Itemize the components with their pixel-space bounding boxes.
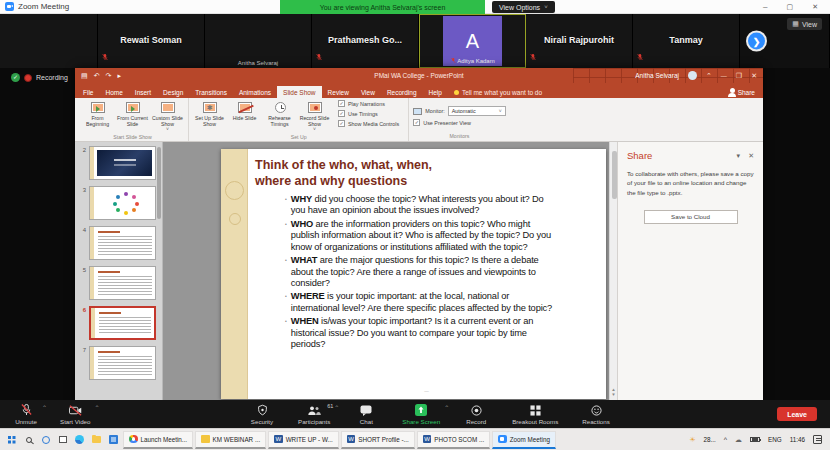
video-tile-nirali[interactable]: Nirali Rajpurohit (526, 14, 633, 68)
clock[interactable]: 11:46 (790, 436, 805, 443)
video-tile[interactable] (0, 14, 98, 68)
file-explorer-icon[interactable] (88, 431, 105, 448)
account-avatar[interactable] (688, 71, 697, 80)
ppt-restore-icon[interactable] (736, 72, 742, 80)
reactions-button[interactable]: Reactions (582, 403, 610, 425)
weather-temp[interactable]: 28... (703, 436, 715, 443)
hide-slide-button[interactable]: Hide Slide (228, 100, 261, 121)
slideshow-icon[interactable]: ▸ (117, 72, 121, 80)
close-icon[interactable] (812, 0, 818, 14)
chat-button[interactable]: Chat (354, 403, 378, 425)
pane-dropdown-icon[interactable] (737, 152, 741, 160)
share-screen-button[interactable]: Share Screen ⌃ (402, 403, 440, 425)
show-media-controls-checkbox[interactable]: Show Media Controls (338, 120, 399, 127)
set-up-slide-show-button[interactable]: Set Up Slide Show (193, 100, 226, 127)
use-timings-checkbox[interactable]: Use Timings (338, 110, 399, 117)
breakout-rooms-button[interactable]: Breakout Rooms (512, 403, 558, 425)
save-icon[interactable]: ▤ (81, 72, 88, 80)
view-layout-button[interactable]: View (787, 18, 822, 30)
chevron-up-icon[interactable]: ⌃ (444, 404, 449, 411)
task-view-icon[interactable] (54, 431, 71, 448)
battery-icon[interactable] (750, 437, 760, 443)
next-participants-arrow[interactable] (748, 33, 765, 50)
editor-scrollbar[interactable]: ▲▼ (609, 142, 617, 400)
video-tile-aditya[interactable]: A Aditya Kadam (419, 14, 526, 68)
undo-icon[interactable]: ↶ (94, 72, 100, 80)
tab-recording[interactable]: Recording (381, 86, 423, 98)
photos-app-icon[interactable] (105, 431, 122, 448)
video-tile-rewati[interactable]: Rewati Soman (98, 14, 205, 68)
minimize-icon[interactable] (763, 0, 767, 14)
record-button[interactable]: Record (464, 403, 488, 425)
from-beginning-button[interactable]: From Beginning (81, 100, 114, 127)
tell-me-box[interactable]: Tell me what you want to do (448, 86, 548, 98)
start-video-button[interactable]: Start Video ⌃ (60, 403, 91, 425)
slide-thumbnail-6-selected[interactable] (89, 306, 156, 340)
slide-thumbnail-3[interactable] (89, 186, 156, 220)
taskbar-app-webinar[interactable]: KM WEBINAR ... (195, 431, 266, 449)
maximize-icon[interactable] (787, 0, 794, 14)
video-tile-anitha[interactable]: Anitha Selvaraj (205, 14, 312, 68)
rehearse-timings-button[interactable]: Rehearse Timings (263, 100, 296, 127)
video-tile-prathamesh[interactable]: Prathamesh Go... (312, 14, 419, 68)
tab-slide-show[interactable]: Slide Show (277, 86, 322, 98)
search-icon[interactable] (20, 431, 37, 448)
slide-thumbnail-4[interactable] (89, 226, 156, 260)
play-narrations-checkbox[interactable]: Play Narrations (338, 100, 399, 107)
tray-expand-icon[interactable] (724, 436, 727, 443)
screen-share-banner: You are viewing Anitha Selvaraj's screen (280, 0, 485, 14)
chevron-up-icon[interactable]: ⌃ (94, 404, 99, 411)
cortana-icon[interactable] (37, 431, 54, 448)
redo-icon[interactable]: ↷ (106, 72, 112, 80)
leave-button[interactable]: Leave (777, 407, 817, 421)
taskbar-app-photo[interactable]: PHOTO SCOM ... (417, 431, 490, 449)
participants-button[interactable]: 61 Participants ⌃ (298, 403, 330, 425)
tab-insert[interactable]: Insert (129, 86, 157, 98)
tab-view[interactable]: View (355, 86, 381, 98)
ppt-minimize-icon[interactable] (721, 72, 727, 79)
from-current-slide-button[interactable]: From Current Slide (116, 100, 149, 127)
use-presenter-view-checkbox[interactable]: Use Presenter View (413, 119, 471, 126)
tab-help[interactable]: Help (423, 86, 448, 98)
taskbar-app-chrome[interactable]: Launch Meetin... (123, 431, 193, 449)
taskbar-app-zoom[interactable]: Zoom Meeting (492, 431, 556, 449)
video-tile-tanmay[interactable]: Tanmay (633, 14, 740, 68)
tab-file[interactable]: File (77, 86, 99, 98)
tab-transitions[interactable]: Transitions (189, 86, 233, 98)
slide-thumbnail-7[interactable] (89, 346, 156, 380)
ppt-share-label: Share (738, 89, 755, 96)
slide-thumbnail-2[interactable] (89, 146, 156, 180)
action-center-icon[interactable] (813, 435, 822, 444)
chevron-up-icon[interactable]: ⌃ (334, 404, 339, 411)
taskbar-app-profile[interactable]: SHORT Profile -... (341, 431, 415, 449)
security-button[interactable]: Security (250, 403, 274, 425)
language-indicator[interactable]: ENG (768, 436, 782, 443)
monitor-dropdown[interactable]: Automatic (448, 106, 506, 116)
weather-icon[interactable] (689, 436, 695, 444)
unmute-button[interactable]: Unmute ⌃ (14, 403, 38, 425)
chevron-up-icon[interactable]: ⌃ (42, 404, 47, 411)
pane-close-icon[interactable] (748, 152, 754, 160)
ppt-share-button[interactable]: Share (730, 88, 755, 98)
tab-home[interactable]: Home (99, 86, 128, 98)
thumbnail-row: 6 (78, 306, 156, 340)
scrollbar-thumb[interactable] (612, 151, 617, 199)
save-to-cloud-button[interactable]: Save to Cloud (644, 210, 738, 224)
record-slide-show-button[interactable]: Record Slide Show (298, 100, 331, 133)
tab-animations[interactable]: Animations (233, 86, 277, 98)
start-button[interactable] (3, 431, 20, 448)
current-slide[interactable]: Think of the who, what, when, where and … (221, 149, 606, 399)
onedrive-cloud-icon[interactable] (735, 436, 742, 444)
taskbar-app-writeup[interactable]: WRITE UP - W... (268, 431, 339, 449)
tell-me-label: Tell me what you want to do (462, 89, 542, 96)
tab-design[interactable]: Design (157, 86, 189, 98)
ppt-close-icon[interactable] (751, 72, 757, 80)
edge-icon[interactable] (71, 431, 88, 448)
thumbnail-scrollbar[interactable] (157, 147, 161, 219)
ribbon-options-icon[interactable] (706, 72, 712, 80)
slide-thumbnail-5[interactable] (89, 266, 156, 300)
view-options-button[interactable]: View Options (492, 1, 555, 13)
tab-review[interactable]: Review (322, 86, 355, 98)
zoom-icon (498, 435, 507, 444)
custom-slide-show-button[interactable]: Custom Slide Show (151, 100, 184, 133)
